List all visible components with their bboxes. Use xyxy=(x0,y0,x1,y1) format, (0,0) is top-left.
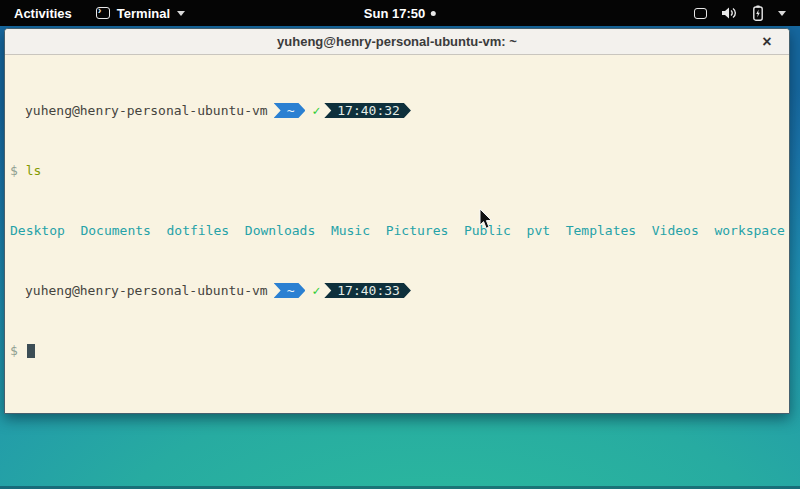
terminal-window: yuheng@henry-personal-ubuntu-vm: ~ × yuh… xyxy=(4,28,790,414)
window-titlebar[interactable]: yuheng@henry-personal-ubuntu-vm: ~ × xyxy=(5,29,789,55)
notification-dot xyxy=(431,11,436,16)
window-title: yuheng@henry-personal-ubuntu-vm: ~ xyxy=(277,34,517,49)
prompt-symbol: $ xyxy=(10,163,18,178)
status-check-icon: ✓ xyxy=(312,103,320,118)
network-icon xyxy=(694,8,707,19)
prompt-symbol: $ xyxy=(10,343,18,358)
prompt-line: yuheng@henry-personal-ubuntu-vm ~ ✓ 17:4… xyxy=(10,283,789,298)
command-line: $ ls xyxy=(10,163,789,178)
clock-label: Sun 17:50 xyxy=(364,6,425,21)
directory-listing: Desktop Documents dotfiles Downloads Mus… xyxy=(10,223,789,238)
gnome-top-bar: Activities Terminal Sun 17:50 xyxy=(0,0,800,26)
prompt-cwd-segment: ~ xyxy=(274,283,306,298)
chevron-down-icon xyxy=(177,11,185,16)
prompt-user-host: yuheng@henry-personal-ubuntu-vm xyxy=(25,103,268,118)
chevron-down-icon xyxy=(778,11,786,16)
prompt-time-segment: 17:40:33 xyxy=(324,283,411,298)
terminal-cursor xyxy=(27,344,35,358)
prompt-cwd-segment: ~ xyxy=(274,103,306,118)
close-button[interactable]: × xyxy=(757,32,777,52)
system-status-menu[interactable] xyxy=(686,0,794,26)
clock-button[interactable]: Sun 17:50 xyxy=(354,0,446,26)
input-line: $ xyxy=(10,343,789,358)
status-check-icon: ✓ xyxy=(312,283,320,298)
app-menu-terminal[interactable]: Terminal xyxy=(86,0,195,26)
desktop: Activities Terminal Sun 17:50 xyxy=(0,0,800,489)
mouse-cursor xyxy=(479,209,493,230)
app-menu-label: Terminal xyxy=(117,6,170,21)
activities-label: Activities xyxy=(14,6,72,21)
battery-charging-icon xyxy=(753,5,763,21)
terminal-screen[interactable]: yuheng@henry-personal-ubuntu-vm ~ ✓ 17:4… xyxy=(5,55,789,413)
prompt-line: yuheng@henry-personal-ubuntu-vm ~ ✓ 17:4… xyxy=(10,103,789,118)
prompt-time-segment: 17:40:32 xyxy=(324,103,411,118)
activities-button[interactable]: Activities xyxy=(0,0,86,26)
volume-icon xyxy=(722,6,738,20)
prompt-user-host: yuheng@henry-personal-ubuntu-vm xyxy=(25,283,268,298)
terminal-app-icon xyxy=(96,7,110,19)
typed-command: ls xyxy=(26,163,42,178)
